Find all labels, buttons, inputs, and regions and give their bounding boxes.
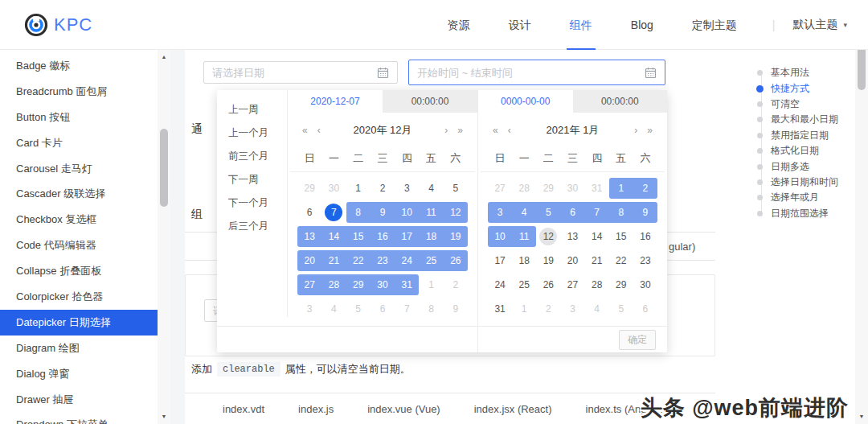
day-cell[interactable]: 30 xyxy=(560,178,584,199)
day-cell[interactable]: 15 xyxy=(346,226,371,247)
day-cell[interactable]: 12 xyxy=(444,202,468,223)
sidebar-item[interactable]: Cascader 级联选择 xyxy=(0,181,158,207)
day-cell[interactable]: 19 xyxy=(444,226,468,247)
day-cell[interactable]: 8 xyxy=(346,202,371,223)
day-cell[interactable]: 15 xyxy=(609,226,633,247)
year-month-title[interactable]: 2021年 1月 xyxy=(516,123,630,138)
sidebar-scrollbar-thumb[interactable] xyxy=(160,129,168,207)
day-cell[interactable]: 29 xyxy=(346,274,371,295)
day-cell[interactable]: 10 xyxy=(395,202,419,223)
sidebar-item[interactable]: Carousel 走马灯 xyxy=(0,156,158,182)
scroll-down-icon[interactable]: ▼ xyxy=(855,411,868,422)
day-cell[interactable]: 7 xyxy=(321,202,346,223)
theme-selector[interactable]: | 默认主题 ▾ xyxy=(772,18,847,32)
calendar-icon[interactable] xyxy=(645,67,657,79)
nav-item[interactable]: 资源 xyxy=(444,0,473,50)
nav-item[interactable]: Blog xyxy=(628,0,657,50)
shortcut-item[interactable]: 下一周 xyxy=(217,168,287,191)
shortcut-item[interactable]: 上一周 xyxy=(217,98,287,121)
day-cell[interactable]: 26 xyxy=(536,274,560,295)
day-cell[interactable]: 5 xyxy=(346,298,371,319)
day-cell[interactable]: 12 xyxy=(536,226,560,247)
day-cell[interactable]: 27 xyxy=(560,274,584,295)
day-cell[interactable]: 2 xyxy=(371,178,395,199)
code-tab[interactable]: index.js xyxy=(298,403,334,415)
day-cell[interactable]: 30 xyxy=(633,274,657,295)
day-cell[interactable]: 24 xyxy=(395,250,419,271)
page-scrollbar[interactable]: ▼ xyxy=(855,50,868,424)
anchor-item[interactable]: 日期多选 xyxy=(757,158,838,174)
next-month-icon[interactable]: › xyxy=(629,125,642,136)
day-cell[interactable]: 4 xyxy=(321,298,346,319)
sidebar-item[interactable]: Collapse 折叠面板 xyxy=(0,258,158,284)
day-cell[interactable]: 25 xyxy=(419,250,443,271)
shortcut-item[interactable]: 上一个月 xyxy=(217,121,287,145)
sidebar-item[interactable]: Datepicker 日期选择 xyxy=(0,310,158,335)
prev-month-icon[interactable]: ‹ xyxy=(313,125,326,136)
anchor-item[interactable]: 选择日期和时间 xyxy=(757,175,838,190)
day-cell[interactable]: 4 xyxy=(512,202,536,223)
sidebar-item[interactable]: Card 卡片 xyxy=(0,130,158,156)
day-cell[interactable]: 26 xyxy=(444,250,468,271)
day-cell[interactable]: 16 xyxy=(371,226,395,247)
day-cell[interactable]: 14 xyxy=(321,226,346,247)
next-year-icon[interactable]: » xyxy=(452,125,468,136)
next-month-icon[interactable]: › xyxy=(440,125,452,136)
day-cell[interactable]: 20 xyxy=(297,250,321,271)
nav-item[interactable]: 组件 xyxy=(567,0,596,50)
day-cell[interactable]: 22 xyxy=(346,250,371,271)
page-scrollbar-thumb[interactable] xyxy=(858,46,866,90)
date-tab[interactable]: 2020-12-07 xyxy=(288,90,383,113)
sidebar-scrollbar[interactable]: ▲ ▼ xyxy=(158,50,170,424)
day-cell[interactable]: 29 xyxy=(297,178,321,199)
anchor-item[interactable]: 基本用法 xyxy=(757,65,838,80)
day-cell[interactable]: 1 xyxy=(346,178,371,199)
sidebar-item[interactable]: Dialog 弹窗 xyxy=(0,361,158,387)
day-cell[interactable]: 2 xyxy=(444,274,468,295)
day-cell[interactable]: 28 xyxy=(585,274,609,295)
prev-year-icon[interactable]: « xyxy=(297,125,313,136)
day-cell[interactable]: 2 xyxy=(633,178,657,199)
anchor-item[interactable]: 日期范围选择 xyxy=(757,206,838,221)
day-cell[interactable]: 28 xyxy=(512,178,536,199)
scroll-down-icon[interactable]: ▼ xyxy=(158,411,170,422)
day-cell[interactable]: 14 xyxy=(585,226,609,247)
day-cell[interactable]: 30 xyxy=(371,274,395,295)
day-cell[interactable]: 27 xyxy=(488,178,512,199)
anchor-item[interactable]: 格式化日期 xyxy=(757,143,838,158)
day-cell[interactable]: 11 xyxy=(419,202,443,223)
code-tab[interactable]: index.jsx (React) xyxy=(474,403,552,415)
day-cell[interactable]: 1 xyxy=(512,298,536,319)
sidebar-item[interactable]: Colorpicker 拾色器 xyxy=(0,284,158,310)
day-cell[interactable]: 3 xyxy=(488,202,512,223)
day-cell[interactable]: 13 xyxy=(560,226,584,247)
next-year-icon[interactable]: » xyxy=(642,125,657,136)
anchor-item[interactable]: 快捷方式 xyxy=(757,80,838,96)
shortcut-item[interactable]: 前三个月 xyxy=(217,145,287,168)
time-tab[interactable]: 00:00:00 xyxy=(383,90,477,113)
date-tab[interactable]: 0000-00-00 xyxy=(478,90,573,113)
scroll-up-icon[interactable]: ▲ xyxy=(158,51,170,63)
day-cell[interactable]: 24 xyxy=(488,274,512,295)
day-cell[interactable]: 30 xyxy=(321,178,346,199)
anchor-item[interactable]: 选择年或月 xyxy=(757,190,838,205)
day-cell[interactable]: 5 xyxy=(536,202,560,223)
sidebar-item[interactable]: Button 按钮 xyxy=(0,105,158,130)
day-cell[interactable]: 31 xyxy=(585,178,609,199)
day-cell[interactable]: 21 xyxy=(321,250,346,271)
day-cell[interactable]: 6 xyxy=(633,298,657,319)
day-cell[interactable]: 29 xyxy=(536,178,560,199)
day-cell[interactable]: 8 xyxy=(419,298,443,319)
sidebar-item[interactable]: Breadcrumb 面包屑 xyxy=(0,79,158,105)
sidebar-item[interactable]: Diagram 绘图 xyxy=(0,335,158,361)
day-cell[interactable]: 9 xyxy=(444,298,468,319)
day-cell[interactable]: 18 xyxy=(419,226,443,247)
day-cell[interactable]: 18 xyxy=(512,250,536,271)
day-cell[interactable]: 10 xyxy=(488,226,512,247)
day-cell[interactable]: 3 xyxy=(395,178,419,199)
sidebar-item[interactable]: Drawer 抽屉 xyxy=(0,387,158,413)
day-cell[interactable]: 1 xyxy=(609,178,633,199)
day-cell[interactable]: 22 xyxy=(609,250,633,271)
day-cell[interactable]: 28 xyxy=(321,274,346,295)
day-cell[interactable]: 7 xyxy=(585,202,609,223)
